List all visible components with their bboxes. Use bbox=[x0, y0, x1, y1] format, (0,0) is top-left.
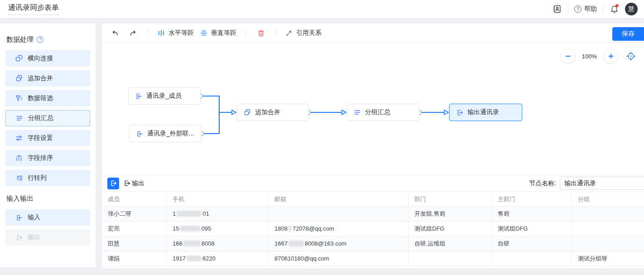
zoom-in-button[interactable] bbox=[604, 49, 618, 63]
divider bbox=[148, 29, 149, 37]
flow-canvas[interactable]: 通讯录_成员通讯录_外部联...追加合并分组汇总输出通讯录 100% bbox=[102, 43, 644, 174]
trash-icon[interactable] bbox=[255, 27, 267, 39]
sidebar-item-label: 追加合并 bbox=[28, 74, 53, 82]
table-cell bbox=[572, 207, 644, 222]
table-cell: 180872078@qq.com bbox=[269, 222, 409, 236]
table-row: 谭娟19176220870610180@qq.com测试分组呀 bbox=[102, 251, 644, 266]
flow-node-3[interactable]: 追加合并 bbox=[237, 104, 308, 121]
divider bbox=[568, 5, 568, 13]
sidebar-item-field-settings[interactable]: 字段设置 bbox=[5, 130, 90, 146]
cell-text: 谭娟 bbox=[108, 255, 120, 262]
redacted-text bbox=[183, 241, 201, 246]
column-header: 部门 bbox=[409, 192, 492, 207]
save-button[interactable]: 保存 bbox=[612, 27, 644, 41]
cell-text: 72078@qq.com bbox=[293, 225, 334, 232]
sidebar-item-label: 输入 bbox=[28, 213, 40, 222]
cell-text: 1667 bbox=[274, 240, 288, 247]
sidebar-item-field-sort[interactable]: 字段排序 bbox=[5, 150, 90, 166]
flow-node-2[interactable]: 通讯录_外部联... bbox=[129, 125, 202, 142]
horizontal-spacing-label: 水平等距 bbox=[168, 29, 194, 37]
table-cell: 15095 bbox=[167, 222, 269, 236]
column-header: 主部门 bbox=[492, 192, 572, 207]
cell-text: 166 bbox=[173, 240, 183, 247]
sidebar-item-filter[interactable]: 数据筛选 bbox=[5, 90, 90, 106]
cell-text: 15 bbox=[173, 225, 179, 232]
bottom-panel: 输出 节点名称: 成员手机邮箱部门主部门分组张小二呀101开发组,售前售前宏亮1… bbox=[102, 174, 644, 268]
cell-text: 测试分组呀 bbox=[578, 255, 607, 262]
table-cell: 测试组DFG bbox=[409, 222, 492, 236]
table-cell: 田慧 bbox=[102, 236, 167, 251]
table-cell bbox=[492, 251, 572, 266]
table-cell: 19176220 bbox=[167, 251, 269, 266]
zoom-level: 100% bbox=[582, 53, 597, 60]
flow-node-label: 输出通讯录 bbox=[467, 108, 499, 116]
avatar[interactable]: 慧 bbox=[625, 3, 638, 15]
table-cell: 宏亮 bbox=[102, 222, 167, 236]
cell-text: 售前 bbox=[498, 210, 509, 217]
flow-node-4[interactable]: 分组汇总 bbox=[347, 104, 419, 121]
flow-node-label: 通讯录_成员 bbox=[146, 92, 182, 100]
cell-text: 6220 bbox=[202, 255, 216, 262]
reference-relation-label: 引用关系 bbox=[296, 29, 322, 37]
main-panel: 水平等距 垂直等距 引用关系 保存 bbox=[102, 24, 644, 268]
flow-node-1[interactable]: 通讯录_成员 bbox=[128, 87, 201, 105]
redacted-text bbox=[288, 226, 292, 232]
input-icon bbox=[135, 92, 142, 100]
app-header: 通讯录同步表单 ? 帮助 慧 bbox=[0, 0, 644, 19]
append-merge-icon bbox=[15, 75, 23, 82]
sidebar-item-group-summary[interactable]: 分组汇总 bbox=[5, 110, 90, 126]
output-preview-table: 成员手机邮箱部门主部门分组张小二呀101开发组,售前售前宏亮1509518087… bbox=[102, 192, 644, 266]
help-label: 帮助 bbox=[584, 5, 597, 13]
cell-text: 开发组,售前 bbox=[414, 210, 446, 217]
reference-relation-button[interactable]: 引用关系 bbox=[285, 29, 322, 37]
table-cell: 测试组DFG bbox=[492, 222, 572, 236]
table-cell bbox=[572, 222, 644, 236]
table-cell: 售前 bbox=[492, 207, 572, 222]
node-name-label: 节点名称: bbox=[529, 179, 556, 188]
cell-text: 测试组DFG bbox=[498, 225, 528, 232]
fit-view-icon[interactable] bbox=[625, 50, 637, 62]
sidebar-item-label: 数据筛选 bbox=[28, 94, 53, 102]
redo-icon[interactable] bbox=[127, 27, 139, 39]
flow-node-5[interactable]: 输出通讯录 bbox=[449, 104, 522, 121]
output-tab[interactable]: 输出 bbox=[124, 179, 144, 188]
sidebar-item-input[interactable]: 输入 bbox=[5, 209, 90, 226]
column-header: 成员 bbox=[102, 192, 167, 207]
sidebar-item-horizontal-join[interactable]: 横向连接 bbox=[5, 50, 90, 67]
divider bbox=[245, 29, 246, 37]
sidebar-item-label: 分组汇总 bbox=[28, 114, 53, 122]
flow-node-label: 通讯录_外部联... bbox=[147, 130, 194, 138]
sidebar-item-append-merge[interactable]: 追加合并 bbox=[5, 70, 90, 87]
redacted-text bbox=[288, 241, 304, 246]
zoom-out-button[interactable] bbox=[561, 49, 575, 63]
bottom-panel-header: 输出 节点名称: bbox=[102, 175, 644, 192]
node-name-input[interactable] bbox=[560, 177, 644, 190]
vertical-spacing-button[interactable]: 垂直等距 bbox=[200, 29, 236, 37]
cell-text: 01 bbox=[202, 210, 209, 217]
redacted-text bbox=[177, 211, 202, 217]
page-title[interactable]: 通讯录同步表单 bbox=[8, 3, 59, 15]
contacts-book-icon[interactable] bbox=[552, 4, 562, 14]
sidebar-item-label: 字段排序 bbox=[28, 154, 53, 162]
column-header: 手机 bbox=[167, 192, 269, 207]
undo-icon[interactable] bbox=[109, 27, 121, 39]
table-cell bbox=[409, 251, 492, 266]
table-cell: 张小二呀 bbox=[102, 207, 167, 222]
help-button[interactable]: ? 帮助 bbox=[574, 5, 597, 13]
notification-dot bbox=[615, 4, 619, 7]
cell-text: 田慧 bbox=[108, 240, 120, 247]
output-node-button[interactable] bbox=[107, 178, 119, 189]
sidebar-item-output: 输出 bbox=[5, 229, 90, 246]
notification-bell-icon[interactable] bbox=[609, 4, 619, 14]
sidebar-item-label: 横向连接 bbox=[28, 54, 53, 63]
horizontal-spacing-button[interactable]: 水平等距 bbox=[158, 29, 194, 37]
cell-text: 1917 bbox=[173, 255, 186, 262]
sidebar-item-row-to-column[interactable]: 行转列 bbox=[5, 170, 90, 186]
section-help-icon[interactable]: ? bbox=[37, 36, 43, 43]
cell-text: 095 bbox=[201, 225, 211, 232]
cell-text: 自研 bbox=[498, 240, 509, 247]
sidebar-io-list: 输入输出 bbox=[0, 209, 96, 246]
table-cell: 1668008 bbox=[167, 236, 269, 251]
cell-text: 宏亮 bbox=[108, 225, 120, 232]
table-cell bbox=[572, 236, 644, 251]
